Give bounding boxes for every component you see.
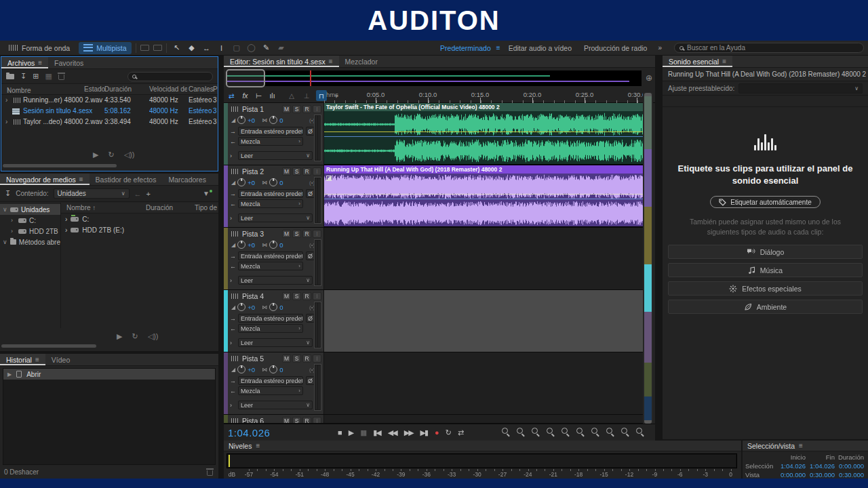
audio-clip[interactable]: Running Up That Hill (A Deal With God) (… bbox=[324, 165, 643, 227]
playhead-timecode[interactable]: 1:04.026 bbox=[228, 427, 270, 439]
multitrack-view-button[interactable]: Multipista bbox=[79, 42, 131, 54]
volume-knob[interactable] bbox=[237, 365, 245, 373]
save-icon[interactable]: ▦ bbox=[45, 72, 52, 81]
track-i-button[interactable]: I bbox=[313, 354, 321, 363]
panel-menu-icon[interactable]: ≡ bbox=[722, 58, 726, 65]
timeline-ruler[interactable]: hms 0:05.00:10.00:15.00:20.00:25.00:30.0 bbox=[324, 89, 643, 103]
output-selector[interactable]: Mezcla› bbox=[238, 199, 303, 208]
overview-playhead[interactable] bbox=[310, 70, 311, 86]
tab-propiedades[interactable]: Propiedade bbox=[212, 174, 218, 185]
play-button[interactable]: ▶ bbox=[349, 428, 353, 437]
zoom-reset-button[interactable] bbox=[561, 427, 570, 436]
content-dropdown[interactable]: Unidades∨ bbox=[54, 188, 130, 199]
auto-tag-button[interactable]: Etiquetar automáticamente bbox=[710, 196, 821, 208]
type-musica-button[interactable]: Música bbox=[668, 263, 863, 277]
marquee-selection-tool-icon[interactable]: ▢ bbox=[231, 43, 243, 54]
automation-expand-icon[interactable]: › bbox=[230, 152, 235, 159]
drive-row[interactable]: › C: bbox=[61, 214, 218, 224]
zoom-to-selection-button[interactable] bbox=[606, 427, 614, 436]
pan-value[interactable]: 0 bbox=[279, 366, 289, 373]
track-i-button[interactable]: I bbox=[313, 167, 321, 176]
go-to-end-button[interactable]: ▶▮ bbox=[420, 428, 428, 437]
back-arrow-icon[interactable]: ← bbox=[134, 190, 142, 198]
expand-chevron-icon[interactable]: › bbox=[5, 118, 7, 125]
volume-knob[interactable] bbox=[237, 241, 245, 249]
panel-menu-icon[interactable]: ≡ bbox=[79, 176, 83, 183]
view-end-value[interactable]: 0:30.000 bbox=[806, 471, 835, 479]
clip-fade-handle[interactable] bbox=[326, 176, 332, 181]
lasso-selection-tool-icon[interactable]: ◯ bbox=[245, 43, 258, 54]
stop-button[interactable]: ■ bbox=[338, 428, 341, 436]
track-name[interactable]: Pista 5 bbox=[242, 354, 264, 363]
filter-icon[interactable]: ▼ bbox=[203, 190, 210, 197]
skip-selection-button[interactable]: ⇄ bbox=[458, 428, 462, 437]
tab-editor-session[interactable]: Editor: Sesión sin título 4.sesx≡ bbox=[224, 56, 339, 67]
history-entry-abrir[interactable]: ▶ Abrir bbox=[3, 369, 215, 380]
workspace-produccion-radio[interactable]: Producción de radio bbox=[580, 44, 651, 52]
tab-navegador-de-medios[interactable]: Navegador de medios≡ bbox=[0, 174, 90, 185]
track-lane[interactable] bbox=[324, 228, 643, 289]
show-effects-icon[interactable]: fx bbox=[240, 90, 250, 101]
track-m-button[interactable]: M bbox=[282, 105, 291, 113]
file-row[interactable]: › Running...er) 48000 2.wav 4:33.540 480… bbox=[1, 95, 218, 106]
trim-clips-icon[interactable]: ⊢ bbox=[254, 90, 264, 101]
track-m-button[interactable]: M bbox=[282, 167, 291, 176]
track-lane[interactable] bbox=[324, 415, 643, 423]
clear-history-icon[interactable] bbox=[207, 470, 213, 476]
razor-tool-icon[interactable]: ◆ bbox=[186, 43, 198, 54]
workspace-editar-audio-video[interactable]: Editar audio a vídeo bbox=[505, 44, 576, 52]
track-m-button[interactable]: M bbox=[282, 354, 291, 363]
volume-knob[interactable] bbox=[237, 116, 245, 124]
tab-favoritos[interactable]: Favoritos bbox=[48, 57, 90, 68]
track-name[interactable]: Pista 4 bbox=[242, 292, 264, 300]
tab-mezclador[interactable]: Mezclador bbox=[339, 56, 384, 67]
volume-value[interactable]: +0 bbox=[248, 117, 257, 124]
tab-marcadores[interactable]: Marcadores bbox=[162, 174, 212, 185]
overview-bar[interactable] bbox=[226, 70, 642, 86]
loop-preview-icon[interactable]: ↻ bbox=[108, 150, 114, 159]
view-start-value[interactable]: 0:00.000 bbox=[776, 471, 806, 479]
track-lane[interactable] bbox=[324, 352, 643, 414]
track-s-button[interactable]: S bbox=[292, 230, 301, 238]
loop-playback-button[interactable]: ↻ bbox=[446, 428, 450, 437]
track-s-button[interactable]: S bbox=[292, 292, 301, 300]
zoom-in-time-button[interactable] bbox=[531, 427, 540, 436]
drive-row[interactable]: › HDD 2TB (E:) bbox=[61, 224, 218, 235]
pan-knob[interactable] bbox=[269, 178, 277, 186]
help-search-input[interactable]: Buscar en la Ayuda bbox=[674, 43, 864, 53]
track-r-button[interactable]: R bbox=[302, 292, 311, 300]
type-dialogo-button[interactable]: Diálogo bbox=[668, 245, 863, 259]
track-m-button[interactable]: M bbox=[282, 292, 291, 300]
pause-button[interactable]: ▮▮ bbox=[360, 428, 366, 437]
media-column-headers[interactable]: Nombre ↑ Duración Tipo de r bbox=[61, 203, 218, 214]
track-i-button[interactable]: I bbox=[313, 105, 321, 113]
track-r-button[interactable]: R bbox=[302, 167, 311, 176]
spot-healing-tool-icon[interactable]: ▰ bbox=[275, 43, 288, 54]
track-lane[interactable] bbox=[324, 290, 643, 352]
track-name[interactable]: Pista 6 bbox=[242, 417, 264, 424]
snap-edges-icon[interactable]: ⊥ bbox=[301, 90, 312, 101]
rewind-button[interactable]: ◀◀ bbox=[388, 428, 397, 437]
automation-mode-selector[interactable]: Leer∨ bbox=[238, 151, 313, 160]
paintbrush-tool-icon[interactable]: ✎ bbox=[260, 43, 273, 54]
pan-value[interactable]: 0 bbox=[279, 117, 289, 124]
input-selector[interactable]: Entrada estéreo predete› bbox=[238, 127, 303, 136]
zoom-out-time-button[interactable] bbox=[546, 427, 555, 436]
move-tool-icon[interactable]: ↖ bbox=[171, 43, 183, 54]
media-horizontal-scrollbar[interactable] bbox=[0, 344, 218, 348]
pitch-display-icon[interactable] bbox=[153, 45, 162, 51]
session-overview-navigator[interactable]: ⊕ bbox=[224, 68, 655, 88]
track-s-button[interactable]: S bbox=[292, 417, 301, 424]
selection-end-value[interactable]: 1:04.026 bbox=[806, 462, 835, 470]
track-s-button[interactable]: S bbox=[292, 105, 301, 113]
new-item-icon[interactable]: ⊞ bbox=[33, 72, 39, 81]
tab-archivos[interactable]: Archivos≡ bbox=[1, 57, 48, 68]
track-s-button[interactable]: S bbox=[292, 354, 301, 363]
open-folder-icon[interactable] bbox=[6, 74, 14, 79]
output-selector[interactable]: Mezcla› bbox=[238, 262, 303, 270]
expand-chevron-icon[interactable]: › bbox=[65, 226, 67, 234]
fast-forward-button[interactable]: ▶▶ bbox=[404, 428, 413, 437]
workspace-menu-icon[interactable]: ≡ bbox=[496, 44, 500, 52]
zoom-full-button[interactable] bbox=[635, 427, 644, 436]
import-file-icon[interactable]: ↧ bbox=[20, 72, 26, 81]
